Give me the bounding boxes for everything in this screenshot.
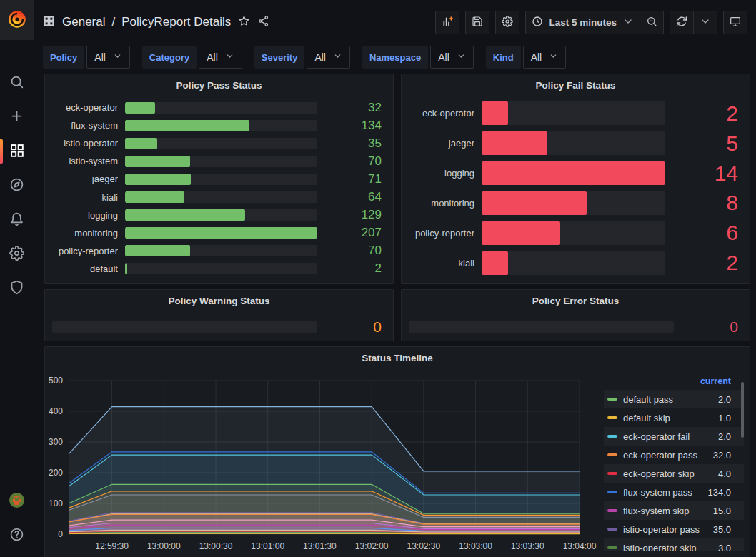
- bar-row-label: jaeger: [409, 138, 474, 149]
- refresh-interval-dropdown[interactable]: [693, 11, 717, 34]
- panel-policy-error-status: Policy Error Status 0: [401, 289, 750, 341]
- chart-legend: currentdefault pass2.0default skip1.0eck…: [604, 373, 744, 551]
- bar-gauge-row: istio-system70: [52, 154, 384, 169]
- legend-series-current-value[interactable]: 2.0: [718, 431, 731, 442]
- active-item-indicator: [0, 139, 3, 164]
- legend-series-label[interactable]: istio-operator skip: [623, 543, 712, 552]
- bar-row-value: 70: [324, 244, 384, 258]
- panel-title[interactable]: Policy Fail Status: [402, 74, 750, 91]
- legend-series-swatch: [607, 546, 617, 549]
- series-line: [69, 533, 580, 534]
- cycle-view-mode-button[interactable]: [723, 11, 747, 34]
- filter-value-dropdown[interactable]: All: [523, 46, 567, 69]
- sidebar-item-alerting[interactable]: [0, 203, 34, 237]
- legend-series-current-value[interactable]: 15.0: [713, 506, 731, 516]
- filter-variable-label[interactable]: Severity: [254, 46, 305, 69]
- y-axis-tick-label: 300: [49, 437, 63, 447]
- legend-series-label[interactable]: istio-operator pass: [623, 524, 707, 535]
- legend-series-label[interactable]: default skip: [623, 413, 712, 423]
- bar-fill: [125, 138, 157, 149]
- dashboard-picker-button[interactable]: [43, 15, 55, 29]
- plus-icon: [9, 109, 24, 126]
- legend-series-current-value[interactable]: 32.0: [713, 450, 731, 461]
- sidebar-item-explore[interactable]: [0, 169, 34, 203]
- panel-title[interactable]: Policy Pass Status: [45, 74, 393, 91]
- panel-title[interactable]: Status Timeline: [45, 347, 750, 363]
- time-range-picker[interactable]: Last 5 minutes: [525, 11, 640, 34]
- legend-series-label[interactable]: default pass: [623, 394, 712, 405]
- bar-gauge-row: kiali64: [52, 190, 384, 204]
- sidebar-item-search[interactable]: [0, 66, 34, 100]
- zoom-out-icon: [646, 16, 657, 29]
- filter-variable-label[interactable]: Kind: [486, 46, 521, 69]
- panel-status-timeline: Status Timeline 010020030040050012:59:30…: [44, 346, 750, 557]
- legend-series-current-value[interactable]: 134.0: [707, 487, 731, 498]
- sidebar-item-home[interactable]: [0, 0, 34, 40]
- save-dashboard-button[interactable]: [465, 11, 489, 34]
- legend-calc-header[interactable]: current: [604, 373, 744, 390]
- filter-value-dropdown[interactable]: All: [86, 46, 130, 69]
- bar-fill: [482, 191, 587, 215]
- filter-variable-label[interactable]: Namespace: [362, 46, 428, 69]
- legend-series-label[interactable]: eck-operator pass: [623, 450, 707, 461]
- add-panel-button[interactable]: [435, 11, 459, 34]
- filter-category: CategoryAll: [142, 46, 242, 69]
- bar-track: [482, 131, 665, 155]
- bar-fill: [125, 245, 190, 256]
- dashboard-settings-button[interactable]: [495, 11, 519, 34]
- filter-value-dropdown[interactable]: All: [199, 46, 242, 69]
- legend-scrollbar-thumb[interactable]: [741, 382, 744, 438]
- nav-right: Last 5 minutes: [435, 11, 747, 34]
- x-axis-tick-label: 13:03:30: [511, 541, 544, 551]
- bar-row-value: 64: [324, 190, 384, 204]
- legend-series-label[interactable]: eck-operator skip: [623, 468, 712, 479]
- sidebar: [0, 0, 34, 557]
- breadcrumb-section[interactable]: General: [62, 15, 105, 29]
- legend-series-current-value[interactable]: 1.0: [718, 413, 731, 423]
- legend-series-current-value[interactable]: 2.0: [718, 394, 731, 405]
- bar-fill: [125, 102, 155, 114]
- bar-track: [125, 138, 317, 149]
- filter-variable-label[interactable]: Policy: [43, 46, 84, 69]
- breadcrumb-separator: /: [111, 15, 115, 29]
- sidebar-item-dashboards[interactable]: [0, 134, 34, 169]
- bar-row-value: 5: [672, 131, 741, 156]
- legend-item: istio-operator pass35.0: [604, 520, 744, 538]
- legend-series-current-value[interactable]: 35.0: [713, 524, 731, 535]
- legend-series-label[interactable]: flux-system skip: [623, 506, 707, 516]
- panel-title[interactable]: Policy Error Status: [402, 290, 750, 306]
- panel-title[interactable]: Policy Warning Status: [45, 290, 393, 306]
- bar-track: [482, 161, 665, 185]
- sidebar-item-profile[interactable]: [0, 484, 34, 518]
- bar-track: [125, 174, 317, 185]
- filter-value-dropdown[interactable]: All: [430, 46, 474, 69]
- sidebar-item-help[interactable]: [0, 518, 34, 553]
- filter-policy: PolicyAll: [43, 46, 130, 69]
- refresh-button[interactable]: [670, 11, 693, 34]
- bar-row-label: policy-reporter: [409, 228, 474, 239]
- x-axis-tick-label: 13:00:30: [199, 541, 233, 551]
- filter-value-dropdown[interactable]: All: [307, 46, 350, 69]
- bar-gauge-row: monitoring8: [409, 191, 741, 215]
- filter-selected-value: All: [438, 51, 449, 63]
- user-avatar: [9, 493, 24, 510]
- bar-gauge-row: jaeger71: [52, 172, 384, 186]
- bar-row-value: 70: [324, 154, 384, 169]
- filter-variable-label[interactable]: Category: [142, 46, 197, 69]
- bar-gauge-row: policy-reporter70: [52, 244, 384, 258]
- legend-series-label[interactable]: eck-operator fail: [623, 431, 712, 442]
- legend-series-label[interactable]: flux-system pass: [623, 487, 702, 498]
- sidebar-item-create[interactable]: [0, 100, 34, 134]
- bar-track: [482, 101, 665, 125]
- legend-series-current-value[interactable]: 3.0: [718, 543, 731, 552]
- top-nav: General / PolicyReport Details: [34, 0, 756, 44]
- star-dashboard-button[interactable]: [238, 15, 250, 29]
- sidebar-item-server-admin[interactable]: [0, 271, 34, 306]
- sidebar-item-configuration[interactable]: [0, 237, 34, 271]
- legend-series-current-value[interactable]: 4.0: [718, 468, 731, 479]
- share-dashboard-button[interactable]: [257, 15, 269, 29]
- bar-row-value: 2: [324, 261, 384, 276]
- x-axis-tick-label: 13:04:00: [563, 541, 597, 551]
- zoom-out-time-button[interactable]: [640, 11, 664, 34]
- chevron-down-icon: [225, 51, 234, 63]
